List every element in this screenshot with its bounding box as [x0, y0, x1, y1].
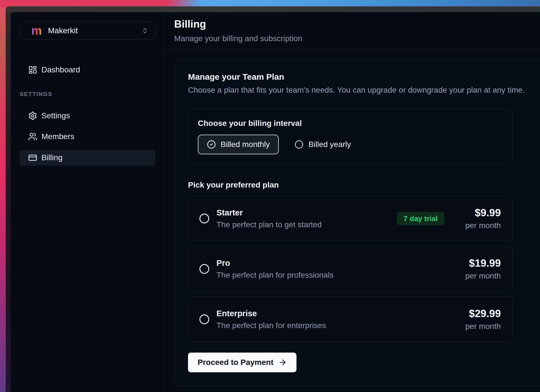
billed-yearly-option[interactable]: Billed yearly: [295, 140, 351, 149]
dashboard-icon: [28, 65, 37, 74]
radio-circle-icon[interactable]: [199, 314, 210, 325]
billing-interval-options: Billed monthly Billed yearly: [198, 135, 503, 154]
plan-period: per month: [456, 271, 501, 280]
plan-info: Enterprise The perfect plan for enterpri…: [216, 309, 456, 330]
window-titlebar: [6, 6, 540, 12]
gear-icon: [28, 111, 37, 120]
plan-name: Pro: [216, 259, 456, 268]
plan-description: The perfect plan for professionals: [216, 271, 456, 280]
sidebar: m Makerkit Dashboard SETTINGS: [11, 12, 165, 392]
plan-row-pro[interactable]: Pro The perfect plan for professionals $…: [188, 246, 512, 292]
header-divider: [165, 49, 540, 50]
radio-circle-icon[interactable]: [199, 213, 210, 224]
card-title: Manage your Team Plan: [188, 72, 540, 82]
app-content: m Makerkit Dashboard SETTINGS: [11, 12, 540, 392]
plan-info: Starter The perfect plan to get started: [216, 208, 397, 229]
check-circle-icon: [207, 140, 216, 149]
sidebar-item-settings[interactable]: Settings: [20, 109, 155, 123]
sidebar-item-label: Billing: [41, 153, 63, 162]
page-subtitle: Manage your billing and subscription: [174, 34, 540, 43]
sidebar-item-billing[interactable]: Billing: [20, 150, 155, 166]
trial-badge: 7 day trial: [397, 212, 444, 225]
billing-interval-label: Choose your billing interval: [198, 119, 503, 128]
plan-info: Pro The perfect plan for professionals: [216, 259, 456, 280]
makerkit-logo: m: [31, 25, 42, 37]
billed-monthly-label: Billed monthly: [221, 140, 270, 149]
card-description: Choose a plan that fits your team's need…: [188, 86, 540, 95]
billing-interval-group: Choose your billing interval Billed mont…: [188, 110, 512, 164]
cta-label: Proceed to Payment: [198, 358, 273, 367]
proceed-to-payment-button[interactable]: Proceed to Payment: [188, 353, 296, 372]
arrow-right-icon: [278, 358, 287, 367]
plan-price-block: $19.99 per month: [456, 257, 501, 280]
sidebar-item-label: Members: [41, 132, 74, 141]
radio-circle-icon: [295, 140, 304, 149]
users-icon: [28, 132, 37, 141]
sidebar-item-label: Dashboard: [41, 65, 80, 74]
plan-period: per month: [456, 221, 501, 230]
plan-price-block: $9.99 per month: [456, 207, 501, 230]
sidebar-item-dashboard[interactable]: Dashboard: [20, 63, 155, 77]
sidebar-nav: Dashboard SETTINGS Settings Members: [20, 63, 155, 166]
plan-price: $29.99: [456, 308, 501, 320]
plan-row-enterprise[interactable]: Enterprise The perfect plan for enterpri…: [188, 297, 512, 342]
billed-yearly-label: Billed yearly: [308, 140, 351, 149]
plan-description: The perfect plan to get started: [216, 220, 397, 229]
sidebar-item-label: Settings: [41, 111, 70, 120]
plan-description: The perfect plan for enterprises: [216, 321, 456, 330]
plan-name: Enterprise: [216, 309, 456, 318]
main-content: Billing Manage your billing and subscrip…: [165, 12, 540, 392]
credit-card-icon: [28, 153, 37, 162]
billed-monthly-option[interactable]: Billed monthly: [198, 135, 279, 154]
plans-label: Pick your preferred plan: [188, 181, 540, 190]
plan-price: $19.99: [456, 257, 501, 269]
radio-circle-icon[interactable]: [199, 264, 210, 274]
plan-row-starter[interactable]: Starter The perfect plan to get started …: [188, 196, 512, 241]
plan-name: Starter: [216, 208, 397, 217]
plan-price: $9.99: [456, 207, 501, 219]
team-plan-card: Manage your Team Plan Choose a plan that…: [174, 59, 540, 386]
plan-price-block: $29.99 per month: [456, 308, 501, 331]
sidebar-section-settings: SETTINGS: [20, 91, 155, 97]
page-title: Billing: [174, 18, 540, 30]
plan-period: per month: [456, 322, 501, 331]
app-window: m Makerkit Dashboard SETTINGS: [6, 6, 540, 392]
team-selector[interactable]: m Makerkit: [20, 22, 155, 40]
chevron-up-down-icon: [141, 27, 148, 34]
sidebar-item-members[interactable]: Members: [20, 130, 155, 144]
team-name: Makerkit: [48, 26, 135, 35]
